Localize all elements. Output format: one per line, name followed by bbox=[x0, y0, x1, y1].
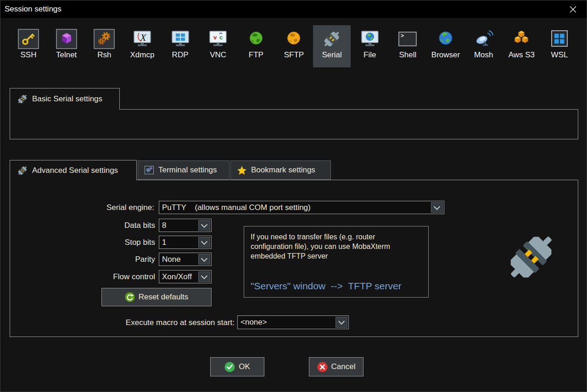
reset-defaults-button[interactable]: Reset defaults bbox=[101, 288, 212, 306]
flow-control-value: Xon/Xoff bbox=[159, 271, 197, 283]
flow-control-label: Flow control bbox=[73, 272, 155, 282]
session-type-vnc[interactable]: v c VNC bbox=[199, 25, 237, 67]
session-settings-dialog: Session settings SSH bbox=[0, 0, 587, 392]
basic-serial-settings-tab: Basic Serial settings bbox=[10, 88, 120, 110]
serial-engine-combobox[interactable]: PuTTY (allows manual COM port setting) bbox=[159, 201, 444, 214]
session-type-rdp[interactable]: RDP bbox=[162, 25, 199, 67]
stop-bits-value: 1 bbox=[159, 236, 197, 248]
data-bits-label: Data bits bbox=[73, 221, 155, 230]
ok-button[interactable]: OK bbox=[210, 357, 264, 376]
close-button[interactable] bbox=[562, 0, 584, 18]
svg-text:c: c bbox=[219, 34, 223, 41]
cancel-x-icon bbox=[317, 362, 328, 372]
session-type-toolbar: SSH Telnet bbox=[10, 25, 578, 67]
sftp-globe-icon bbox=[283, 29, 304, 49]
tftp-info-box: If you need to transfer files (e.g. rout… bbox=[244, 226, 429, 298]
data-bits-value: 8 bbox=[159, 219, 197, 232]
session-type-ftp[interactable]: FTP bbox=[237, 25, 275, 67]
close-icon bbox=[570, 6, 576, 13]
chevron-down-icon[interactable] bbox=[198, 271, 210, 282]
execute-macro-label: Execute macro at session start: bbox=[102, 318, 235, 327]
terminal-gears-icon bbox=[144, 165, 154, 175]
session-type-ssh[interactable]: SSH bbox=[10, 25, 47, 67]
big-plug-illustration bbox=[504, 230, 559, 286]
reset-icon bbox=[125, 292, 135, 302]
session-type-rsh[interactable]: Rsh bbox=[85, 25, 123, 67]
tab-terminal-settings[interactable]: Terminal settings bbox=[138, 160, 229, 180]
data-bits-combobox[interactable]: 8 bbox=[159, 219, 212, 232]
basic-serial-settings-box bbox=[10, 109, 578, 139]
ssh-key-icon bbox=[18, 29, 39, 49]
session-type-browser[interactable]: Browser bbox=[427, 25, 464, 67]
stop-bits-label: Stop bits bbox=[73, 238, 155, 247]
chevron-down-icon[interactable] bbox=[335, 317, 347, 328]
session-type-shell[interactable]: > Shell bbox=[389, 25, 426, 67]
stop-bits-combobox[interactable]: 1 bbox=[159, 236, 212, 249]
chevron-down-icon[interactable] bbox=[198, 220, 210, 231]
browser-globe-icon bbox=[435, 29, 456, 49]
star-icon bbox=[237, 166, 247, 175]
tab-bookmark-settings[interactable]: Bookmark settings bbox=[230, 160, 331, 180]
info-line: configuration file), you can use MobaXte… bbox=[251, 242, 422, 251]
session-type-serial[interactable]: Serial bbox=[313, 25, 351, 67]
ok-check-icon bbox=[224, 362, 235, 372]
serial-engine-label: Serial engine: bbox=[90, 203, 154, 212]
session-type-telnet[interactable]: Telnet bbox=[48, 25, 85, 67]
tftp-highlight-text: "Servers" window --> TFTP server bbox=[251, 281, 402, 292]
svg-text:v: v bbox=[213, 34, 217, 41]
svg-text:>: > bbox=[401, 33, 404, 39]
cancel-button[interactable]: Cancel bbox=[309, 357, 363, 376]
chevron-down-icon[interactable] bbox=[198, 254, 210, 265]
info-line: embedded TFTP server bbox=[251, 251, 422, 261]
chevron-down-icon[interactable] bbox=[198, 237, 210, 248]
rdp-monitor-icon bbox=[170, 29, 191, 49]
chevron-down-icon[interactable] bbox=[431, 202, 443, 213]
plug-icon bbox=[17, 165, 28, 176]
session-type-wsl[interactable]: WSL bbox=[541, 25, 578, 67]
mosh-satellite-icon bbox=[473, 29, 494, 49]
session-type-sftp[interactable]: SFTP bbox=[275, 25, 313, 67]
info-line: If you need to transfer files (e.g. rout… bbox=[251, 232, 422, 242]
session-type-xdmcp[interactable]: X Xdmcp bbox=[123, 25, 161, 67]
parity-label: Parity bbox=[73, 255, 155, 264]
plug-icon bbox=[17, 94, 28, 105]
execute-macro-combobox[interactable]: <none> bbox=[237, 315, 349, 329]
file-monitor-globe-icon bbox=[359, 29, 380, 49]
basic-serial-settings-label: Basic Serial settings bbox=[32, 94, 102, 104]
window-title: Session settings bbox=[5, 5, 61, 14]
telnet-cube-icon bbox=[56, 29, 77, 49]
shell-terminal-icon: > bbox=[397, 29, 418, 49]
vnc-monitor-icon: v c bbox=[207, 29, 229, 49]
rsh-gears-icon bbox=[94, 29, 115, 49]
serial-engine-value: PuTTY (allows manual COM port setting) bbox=[159, 201, 430, 214]
ftp-globe-icon bbox=[246, 29, 267, 49]
xdmcp-monitor-icon: X bbox=[132, 29, 153, 49]
tab-advanced-serial-settings[interactable]: Advanced Serial settings bbox=[10, 160, 137, 180]
session-type-file[interactable]: File bbox=[351, 25, 389, 67]
execute-macro-value: <none> bbox=[238, 316, 335, 329]
titlebar: Session settings bbox=[0, 0, 587, 18]
session-type-aws-s3[interactable]: Aws S3 bbox=[503, 25, 540, 67]
wsl-windows-icon bbox=[549, 29, 570, 49]
serial-plug-icon bbox=[321, 29, 342, 49]
parity-combobox[interactable]: None bbox=[159, 253, 212, 266]
session-type-mosh[interactable]: Mosh bbox=[465, 25, 503, 67]
parity-value: None bbox=[159, 253, 197, 265]
aws-s3-cubes-icon bbox=[511, 29, 532, 49]
flow-control-combobox[interactable]: Xon/Xoff bbox=[159, 270, 212, 283]
